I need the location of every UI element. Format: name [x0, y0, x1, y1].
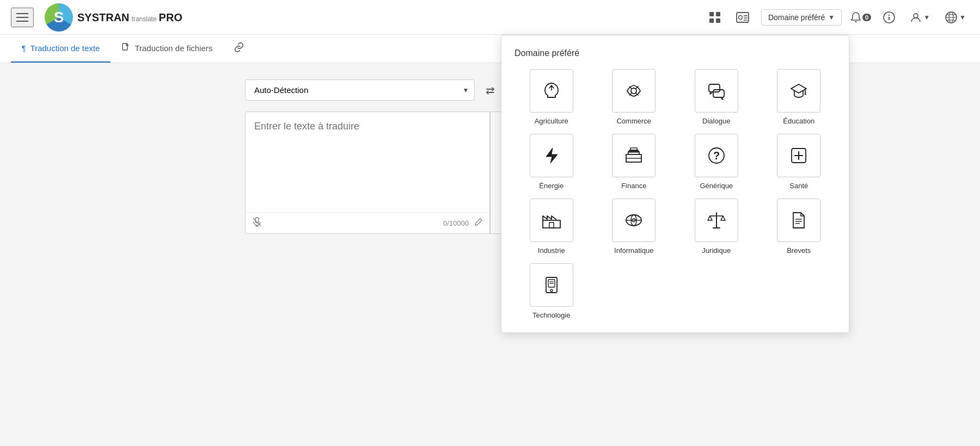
dialogue-icon-box — [695, 69, 738, 113]
domain-item-technologie[interactable]: Technologie — [514, 263, 589, 319]
mic-icon[interactable] — [252, 217, 262, 229]
svg-text:?: ? — [713, 150, 720, 162]
svg-line-22 — [253, 218, 261, 226]
tab-link[interactable] — [223, 35, 255, 63]
energie-label: Énergie — [539, 182, 564, 190]
text-tab-icon: ¶ — [22, 44, 26, 53]
globe-icon — [945, 11, 957, 23]
domain-grid: AgricultureCommerceDialogueÉducationÉner… — [514, 69, 836, 319]
domain-item-finance[interactable]: Finance — [597, 134, 671, 190]
link-tab-icon — [234, 42, 244, 54]
user-icon-button[interactable]: ▼ — [907, 9, 933, 26]
svg-rect-25 — [713, 90, 724, 97]
swap-languages-button[interactable]: ⇄ — [483, 82, 497, 99]
header-left: S SYSTRAN translate PRO — [11, 3, 182, 32]
info-icon-button[interactable] — [880, 8, 898, 27]
domain-item-generique[interactable]: ?Générique — [679, 134, 754, 190]
education-label: Éducation — [783, 117, 814, 125]
hamburger-menu[interactable] — [11, 8, 34, 27]
svg-point-12 — [914, 14, 918, 18]
brevets-label: Brevets — [787, 246, 811, 255]
source-text-input[interactable] — [246, 112, 489, 210]
svg-rect-30 — [630, 148, 637, 150]
domain-item-industrie[interactable]: Industrie — [514, 199, 589, 255]
domain-item-commerce[interactable]: Commerce — [597, 69, 671, 125]
swap-icon: ⇄ — [486, 84, 495, 96]
logo-translate: translate — [132, 16, 157, 23]
tab-text-translation[interactable]: ¶ Traduction de texte — [11, 35, 111, 63]
logo-circle: S — [45, 3, 73, 32]
source-text-panel: 0/10000 — [245, 112, 490, 234]
finance-icon-box — [612, 134, 656, 177]
domain-item-education[interactable]: Éducation — [762, 69, 836, 125]
edit-icon[interactable] — [474, 218, 483, 228]
char-count: 0/10000 — [443, 219, 469, 227]
sante-label: Santé — [789, 182, 808, 190]
svg-rect-0 — [709, 12, 714, 16]
domain-item-agriculture[interactable]: Agriculture — [514, 69, 589, 125]
industrie-label: Industrie — [538, 246, 565, 255]
domain-popup: Domaine préféré AgricultureCommerceDialo… — [501, 35, 849, 333]
tab-file-translation[interactable]: Traduction de fichiers — [111, 35, 223, 63]
generique-label: Générique — [700, 182, 733, 190]
domain-item-sante[interactable]: Santé — [762, 134, 836, 190]
education-icon-box — [777, 69, 820, 113]
commerce-icon-box — [612, 69, 656, 113]
agriculture-label: Agriculture — [535, 117, 568, 125]
source-lang-wrapper: Auto-Détection ▼ — [245, 79, 475, 101]
svg-point-5 — [738, 15, 742, 19]
logo-s-letter: S — [54, 9, 64, 26]
informatique-icon-box — [612, 199, 656, 242]
dialogue-label: Dialogue — [702, 117, 730, 125]
finance-label: Finance — [621, 182, 646, 190]
user-dropdown-arrow: ▼ — [923, 14, 930, 21]
industrie-icon-box — [530, 199, 573, 242]
file-tab-icon — [121, 43, 130, 53]
globe-icon-button[interactable]: ▼ — [942, 8, 969, 27]
logo-area: S SYSTRAN translate PRO — [45, 3, 182, 32]
technologie-icon-box — [530, 263, 573, 307]
info-icon — [883, 11, 895, 23]
svg-point-51 — [550, 289, 553, 292]
source-lang-select[interactable]: Auto-Détection — [245, 79, 475, 101]
commerce-label: Commerce — [616, 117, 651, 125]
brevets-icon-box — [777, 199, 820, 242]
tab-file-label: Traduction de fichiers — [134, 44, 212, 53]
juridique-icon-box — [695, 199, 738, 242]
domain-dropdown-label: Domaine préféré — [768, 13, 825, 22]
svg-rect-1 — [716, 12, 720, 16]
header: S SYSTRAN translate PRO — [0, 0, 980, 35]
bell-icon — [850, 11, 861, 23]
header-right: Domaine préféré ▼ 0 ▼ — [706, 8, 969, 27]
sante-icon-box — [777, 134, 820, 177]
grid-icon — [709, 11, 721, 23]
logo-pro: PRO — [159, 11, 182, 23]
profile-card-icon — [736, 12, 749, 23]
svg-rect-18 — [122, 44, 127, 50]
svg-rect-37 — [543, 220, 560, 228]
svg-rect-24 — [709, 84, 720, 92]
domain-dropdown[interactable]: Domaine préféré ▼ — [761, 9, 842, 26]
domain-item-energie[interactable]: Énergie — [514, 134, 589, 190]
svg-point-11 — [889, 14, 890, 15]
domain-item-brevets[interactable]: Brevets — [762, 199, 836, 255]
domain-item-juridique[interactable]: Juridique — [679, 199, 754, 255]
svg-point-27 — [805, 94, 806, 95]
svg-rect-38 — [549, 222, 554, 228]
juridique-label: Juridique — [702, 246, 731, 255]
generique-icon-box: ? — [695, 134, 738, 177]
notification-button[interactable]: 0 — [850, 11, 871, 23]
domain-item-informatique[interactable]: Informatique — [597, 199, 671, 255]
grid-icon-button[interactable] — [706, 8, 724, 27]
svg-rect-3 — [716, 18, 720, 23]
globe-dropdown-arrow: ▼ — [959, 14, 966, 21]
svg-rect-2 — [709, 18, 714, 23]
domain-item-dialogue[interactable]: Dialogue — [679, 69, 754, 125]
notification-badge: 0 — [862, 14, 871, 21]
user-icon — [910, 12, 921, 23]
logo-systran: SYSTRAN — [77, 11, 130, 23]
chevron-down-icon: ▼ — [828, 14, 835, 21]
profile-card-icon-button[interactable] — [733, 9, 752, 26]
source-panel-footer: 0/10000 — [246, 212, 489, 233]
domain-popup-title: Domaine préféré — [514, 48, 836, 58]
